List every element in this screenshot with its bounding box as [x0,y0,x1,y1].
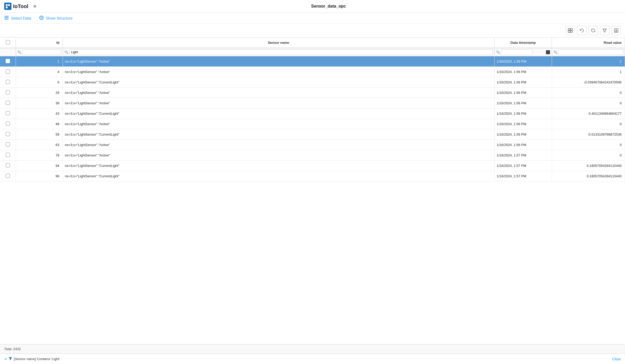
row-sensor-name: ns=3;s="LightSensor"."Active" [63,56,495,67]
row-data-timestamp: 1/16/2024, 1:56 PM [495,129,552,140]
active-filter-badge: [Sensor name] Contains 'Light' [9,357,612,361]
export-button[interactable] [611,26,621,35]
table-row: 48ns=3;s="LightSensor"."Active"1/16/2024… [0,119,625,129]
row-data-timestamp: 1/16/2024, 1:56 PM [495,119,552,129]
filter-timestamp-cell: 🔍 ⬛ [495,48,552,56]
row-checkbox[interactable] [6,163,10,167]
row-checkbox-cell [0,56,16,67]
row-sensor-name: ns=3;s="LightSensor"."Active" [63,98,495,108]
row-read-value: 0 [552,119,625,129]
row-sensor-name: ns=3;s="LightSensor"."Active" [63,140,495,150]
row-sensor-name: ns=3;s="LightSensor"."CurrentLight" [63,129,495,140]
row-checkbox[interactable] [6,80,10,84]
row-data-timestamp: 1/16/2024, 1:56 PM [495,140,552,150]
export-icon [614,28,618,33]
row-checkbox[interactable] [6,111,10,115]
row-checkbox-cell [0,150,16,161]
search-sensor-icon: 🔍 [64,50,68,54]
footer-total: Total: 2432 [0,344,625,354]
svg-rect-4 [4,17,9,18]
filter-funnel-icon [9,357,12,361]
clear-filter-button[interactable]: Clear [612,357,621,361]
filter-button[interactable] [600,26,609,35]
filter-checkbox-cell [0,48,16,56]
undo-icon [579,28,584,33]
row-read-value: -0.5133109786872536 [552,129,625,140]
row-read-value: 0 [552,88,625,98]
row-checkbox[interactable] [6,122,10,126]
footer-filter-bar: ✓ [Sensor name] Contains 'Light' Clear [0,354,625,364]
row-data-timestamp: 1/16/2024, 1:57 PM [495,150,552,161]
filter-icon [602,28,607,33]
row-checkbox-cell [0,119,16,129]
select-all-checkbox[interactable] [6,40,10,44]
layout-button[interactable] [566,26,575,35]
refresh-icon [591,28,596,33]
row-sensor-name: ns=3;s="LightSensor"."CurrentLight" [63,161,495,171]
row-checkbox[interactable] [6,69,10,74]
table-filter-row: 🔍 🔍 🔍 ⬛ [0,48,625,56]
svg-marker-16 [603,29,606,32]
row-id: 6 [16,77,63,88]
select-data-button[interactable]: Select Data [4,15,31,21]
select-data-label: Select Data [11,16,31,20]
page-title: Sensor_data_opc [36,4,621,9]
header-data-timestamp: Data timestamp [495,38,552,48]
data-table-container: Id Sensor name Data timestamp Read value… [0,37,625,344]
header-read-value: Read value [552,38,625,48]
row-checkbox[interactable] [6,132,10,136]
header-id: Id [16,38,63,48]
row-checkbox[interactable] [6,90,10,94]
logo: IoTool [4,3,28,10]
filter-sensor-input[interactable] [69,49,493,55]
row-id: 94 [16,161,63,171]
undo-button[interactable] [577,26,586,35]
row-data-timestamp: 1/16/2024, 1:56 PM [495,77,552,88]
logo-icon [4,3,11,10]
row-read-value: 0.18057054284110440 [552,171,625,181]
show-structure-button[interactable]: Show Structure [39,15,73,21]
svg-rect-1 [8,4,10,6]
row-checkbox[interactable] [6,101,10,105]
calendar-icon[interactable]: ⬛ [546,50,550,54]
filter-value-cell: 🔍 [552,48,625,56]
svg-marker-19 [9,357,12,360]
refresh-button[interactable] [588,26,598,35]
header: IoTool ≡ Sensor_data_opc [0,0,625,13]
table-row: 94ns=3;s="LightSensor"."CurrentLight"1/1… [0,161,625,171]
search-value-icon: 🔍 [554,50,557,54]
row-id: 38 [16,98,63,108]
row-data-timestamp: 1/16/2024, 1:57 PM [495,171,552,181]
svg-rect-12 [568,28,570,30]
filter-id-input[interactable] [22,49,61,55]
row-checkbox[interactable] [6,153,10,157]
table-header-row: Id Sensor name Data timestamp Read value [0,38,625,48]
row-data-timestamp: 1/16/2024, 1:57 PM [495,161,552,171]
show-structure-icon [39,15,44,21]
row-checkbox[interactable] [6,142,10,147]
row-id: 78 [16,150,63,161]
filter-id-cell: 🔍 [16,48,63,56]
search-id-icon: 🔍 [17,50,21,54]
row-id: 4 [16,67,63,77]
row-checkbox-cell [0,98,16,108]
row-sensor-name: ns=3;s="LightSensor"."CurrentLight" [63,108,495,119]
row-read-value: 0 [552,140,625,150]
filter-timestamp-input[interactable] [501,49,532,55]
row-checkbox-cell [0,161,16,171]
table-row: 1ns=3;s="LightSensor"."Active"1/16/2024,… [0,56,625,67]
header-checkbox-cell [0,38,16,48]
table-row: 96ns=3;s="LightSensor"."CurrentLight"1/1… [0,171,625,181]
filter-value-input[interactable] [558,49,623,55]
svg-rect-3 [4,16,9,17]
row-id: 43 [16,108,63,119]
table-body: 1ns=3;s="LightSensor"."Active"1/16/2024,… [0,56,625,181]
row-read-value: 1 [552,56,625,67]
checkmark-icon: ✓ [4,356,8,361]
row-id: 48 [16,119,63,129]
hamburger-menu-icon[interactable]: ≡ [34,4,37,9]
row-checkbox[interactable] [6,59,10,63]
row-checkbox-cell [0,77,16,88]
row-read-value: -0.039467064242470595 [552,77,625,88]
row-checkbox[interactable] [6,174,10,178]
